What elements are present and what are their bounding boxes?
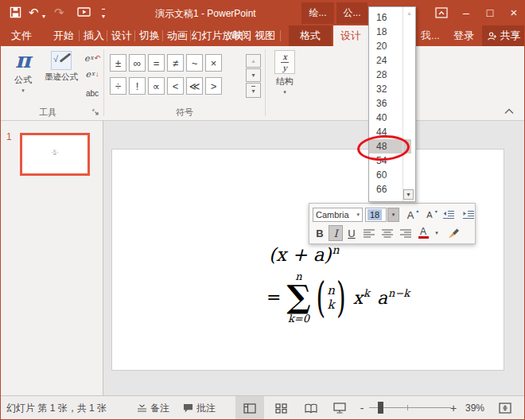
sigma-symbol: ∑ (286, 282, 310, 312)
align-center-icon[interactable] (379, 225, 395, 241)
term-a-power-n-minus-k: an−k (377, 287, 410, 308)
equation-line-2[interactable]: = n ∑ k=0 ( n k ) xk an−k (266, 271, 410, 324)
contextual-header-equation-tools: 公... (336, 2, 368, 24)
italic-button-active[interactable]: I (329, 225, 343, 241)
underline-button[interactable]: U (344, 225, 359, 241)
symbol-equals[interactable]: = (148, 54, 165, 72)
tab-design[interactable]: 设计 (107, 25, 136, 46)
ribbon-tab-row: 文件 开始 插入 设计 切换 动画 幻灯片放映 审阅 视图 格式 设计 我...… (0, 25, 525, 46)
ink-equation-icon: √ (51, 51, 72, 70)
scroll-up-icon[interactable]: ▲ (404, 9, 414, 18)
undo-dropdown-arrow[interactable]: ▾ (42, 10, 45, 23)
font-size-dropdown-arrow[interactable]: ▾ (387, 208, 399, 222)
structures-dropdown-arrow: ▾ (283, 89, 286, 95)
title-bar: ↶ ▾ ↷ ▾ 演示文稿1 - PowerPoint 绘... 公... – □… (0, 0, 525, 25)
zoom-in-button[interactable]: + (448, 396, 459, 420)
tools-dialog-launcher-icon[interactable] (92, 109, 99, 116)
symbol-infinity[interactable]: ∞ (129, 54, 146, 72)
maximize-button[interactable]: □ (479, 0, 501, 25)
bold-button[interactable]: B (313, 225, 327, 241)
zoom-out-button[interactable]: - (356, 396, 368, 420)
symbol-tilde[interactable]: ~ (186, 54, 203, 72)
sign-in-link[interactable]: 登录 (449, 25, 479, 46)
ink-equation-button[interactable]: √ 墨迹公式 (41, 49, 81, 83)
comments-icon (183, 403, 193, 413)
format-painter-icon[interactable] (442, 225, 463, 241)
equation-line-1[interactable]: (x + a)n (269, 243, 340, 265)
contextual-header-drawing-tools: 绘... (301, 2, 334, 24)
minimize-button[interactable]: – (455, 0, 477, 25)
slide-sorter-view-icon[interactable] (267, 396, 294, 420)
font-color-button[interactable]: A (415, 225, 431, 241)
symbols-more-icon[interactable]: ▾ (246, 83, 261, 98)
share-person-icon (487, 31, 497, 41)
symbol-greater-than[interactable]: > (205, 77, 222, 95)
start-slideshow-icon[interactable] (77, 6, 91, 18)
comments-button[interactable]: 批注 (183, 396, 216, 420)
tools-group-label: 工具 (3, 107, 92, 119)
slide-number: 1 (6, 131, 12, 142)
ribbon-display-options-icon[interactable] (430, 0, 453, 25)
fraction-icon: xy (274, 50, 295, 74)
font-name-combo[interactable]: Cambria ▾ (313, 208, 363, 222)
qat-customize-icon[interactable]: ▾ (102, 8, 105, 23)
tab-view[interactable]: 视图 (251, 25, 279, 46)
tab-animations[interactable]: 动画 (163, 25, 192, 46)
zoom-percentage[interactable]: 39% (465, 396, 484, 420)
slide-thumbnail[interactable]: -∑- (20, 133, 90, 176)
tab-insert[interactable]: 插入 (80, 25, 108, 46)
normal-view-icon[interactable] (235, 396, 264, 420)
symbol-not-equal[interactable]: ≠ (167, 54, 184, 72)
summation-block: n ∑ k=0 (286, 271, 310, 324)
symbol-plus-minus[interactable]: ± (110, 54, 126, 72)
symbol-less-than[interactable]: < (167, 77, 184, 95)
symbol-divide[interactable]: ÷ (110, 77, 126, 95)
font-size-combo[interactable]: 18 ▾ (365, 208, 399, 222)
dropdown-scrollbar[interactable]: ▲ ▼ (402, 7, 415, 201)
tab-file[interactable]: 文件 (5, 25, 38, 46)
grow-font-button[interactable]: A▴ (402, 207, 419, 223)
linear-format-button[interactable]: ex↓ (82, 67, 103, 81)
slide-thumbnails-panel: 1 -∑- (1, 121, 103, 395)
close-button[interactable]: × (503, 0, 525, 25)
font-name-dropdown-arrow[interactable]: ▾ (354, 212, 362, 218)
tab-format-contextual[interactable]: 格式 (289, 25, 332, 46)
symbols-group-label: 符号 (107, 107, 262, 119)
normal-text-button[interactable]: abc (82, 86, 103, 100)
font-color-dropdown-arrow[interactable]: ▾ (433, 225, 441, 241)
zoom-slider-thumb[interactable] (378, 402, 383, 414)
decrease-indent-icon[interactable] (440, 207, 457, 223)
structures-button[interactable]: xy 结构 ▾ (268, 49, 301, 95)
slide-canvas[interactable]: (x + a)n = n ∑ k=0 ( n k ) xk an−k (111, 149, 504, 371)
symbols-scroll-up-icon[interactable]: ▴ (246, 54, 261, 68)
symbols-scroll-down-icon[interactable]: ▾ (246, 68, 261, 82)
tab-transitions[interactable]: 切换 (135, 25, 164, 46)
scroll-down-icon[interactable]: ▼ (403, 189, 414, 200)
slideshow-view-icon[interactable] (326, 396, 353, 420)
align-left-icon[interactable] (360, 225, 377, 241)
zoom-slider-center-tick (407, 405, 408, 410)
notes-button[interactable]: 备注 (137, 396, 169, 420)
shrink-font-button[interactable]: A▾ (422, 207, 438, 223)
term-x-power-k: xk (353, 287, 370, 308)
collapse-ribbon-icon[interactable] (504, 108, 514, 115)
reading-view-icon[interactable] (298, 396, 325, 420)
increase-indent-icon[interactable] (460, 207, 477, 223)
tell-me-box[interactable]: 我... (418, 25, 442, 46)
tab-home[interactable]: 开始 (46, 25, 81, 46)
professional-format-button[interactable]: ex↶ (82, 51, 103, 65)
save-icon[interactable] (10, 6, 21, 18)
thumbnail-equation-preview: -∑- (52, 149, 58, 154)
share-button[interactable]: 共享 (482, 25, 525, 46)
tab-equation-design-active[interactable]: 设计 (333, 25, 368, 46)
window-title: 演示文稿1 - PowerPoint (155, 7, 256, 21)
equation-button[interactable]: π 公式 ▾ (5, 49, 41, 93)
align-right-icon[interactable] (397, 225, 414, 241)
equation-dropdown-arrow: ▾ (21, 88, 25, 93)
undo-icon[interactable]: ↶ (29, 6, 39, 19)
symbol-much-less[interactable]: ≪ (186, 77, 203, 95)
fit-slide-to-window-icon[interactable] (493, 396, 517, 420)
symbol-factorial[interactable]: ! (129, 77, 146, 95)
symbol-multiply[interactable]: × (205, 54, 222, 72)
symbol-proportional[interactable]: ∝ (148, 77, 165, 95)
